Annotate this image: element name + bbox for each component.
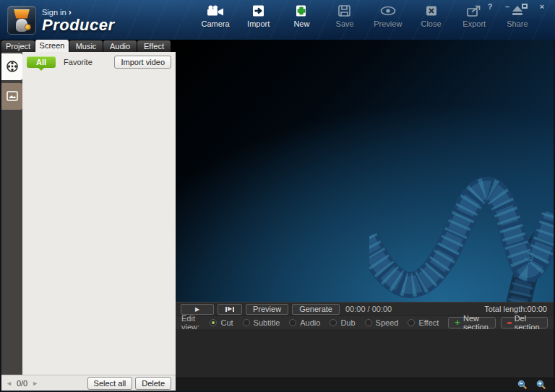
step-bar-right: [233, 307, 234, 312]
tab-screen[interactable]: Screen: [35, 40, 69, 52]
radio-effect-icon: [408, 319, 415, 326]
play-icon: ▶: [195, 306, 199, 313]
media-filter-row: All Favorite Import video: [27, 56, 171, 69]
media-tab-bar: Project Screen Music Audio Effect: [1, 40, 176, 52]
film-reel-icon: [6, 60, 19, 74]
step-play-icon: ▶: [228, 306, 232, 312]
close-window-button[interactable]: ×: [535, 1, 549, 12]
tab-effect[interactable]: Effect: [137, 40, 171, 52]
app-logo: [7, 6, 36, 35]
new-button[interactable]: New: [283, 5, 320, 28]
media-list-area: All Favorite Import video: [22, 52, 176, 375]
logo-figure-head: [13, 9, 30, 19]
zoom-in-icon[interactable]: [536, 380, 546, 389]
close-project-button[interactable]: Close: [413, 5, 450, 28]
help-icon: ?: [488, 2, 493, 11]
filter-all-button[interactable]: All: [27, 56, 56, 68]
radio-dub-icon: [330, 319, 337, 326]
total-length: Total length:00:00: [484, 305, 548, 313]
save-icon: [336, 5, 353, 17]
timeline-area[interactable]: [176, 329, 554, 378]
brand-block: Sign in › Producer: [42, 7, 115, 33]
play-button[interactable]: ▶: [181, 304, 214, 315]
generate-button[interactable]: Generate: [292, 304, 340, 315]
import-video-button[interactable]: Import video: [114, 56, 171, 69]
next-page-icon[interactable]: ►: [32, 380, 38, 387]
new-section-button[interactable]: + New section: [448, 317, 496, 328]
timeline-zoom-bar: [176, 378, 554, 391]
app-window: Sign in › Producer Camera Import New Sav…: [0, 0, 555, 392]
step-bar-left: [225, 307, 227, 312]
picture-icon: [7, 91, 18, 103]
media-side-strip: [1, 52, 22, 375]
film-strip-graphic: [369, 166, 554, 302]
media-panel: Project Screen Music Audio Effect: [1, 40, 176, 391]
transport-bar: ▶ ▶ Preview Generate 00:00 / 00:00 Total…: [176, 302, 554, 315]
preview-eye-icon: [379, 5, 397, 17]
prev-page-icon[interactable]: ◄: [6, 380, 12, 387]
editor-column: ▶ ▶ Preview Generate 00:00 / 00:00 Total…: [176, 40, 554, 391]
radio-subtitle-icon: [243, 319, 250, 326]
page-indicator: 0/0: [17, 379, 27, 388]
window-body: Project Screen Music Audio Effect: [0, 40, 555, 392]
camera-button[interactable]: Camera: [197, 5, 234, 28]
edit-view-subtitle[interactable]: Subtitle: [243, 318, 280, 327]
app-title: Producer: [42, 17, 115, 33]
tab-project[interactable]: Project: [1, 40, 35, 52]
minimize-button[interactable]: –: [500, 1, 515, 12]
maximize-icon: [522, 4, 528, 9]
logo-badge: [25, 24, 31, 30]
sign-in-label: Sign in: [42, 8, 66, 17]
export-icon: [465, 5, 483, 17]
preview-render-button[interactable]: Preview: [246, 304, 288, 315]
plus-icon: +: [455, 319, 460, 326]
save-button[interactable]: Save: [326, 5, 363, 28]
minus-icon: [507, 322, 512, 324]
edit-view-dub[interactable]: Dub: [330, 318, 355, 327]
preview-button[interactable]: Preview: [369, 5, 407, 28]
edit-view-bar: Edit view: Cut Subtitle Audio Dub: [176, 315, 554, 329]
radio-cut-icon: [210, 319, 217, 326]
tab-music[interactable]: Music: [69, 40, 103, 52]
select-all-button[interactable]: Select all: [87, 377, 133, 390]
side-tab-images[interactable]: [1, 83, 22, 110]
close-icon: ×: [540, 2, 544, 11]
playback-time: 00:00 / 00:00: [345, 305, 392, 313]
import-button[interactable]: Import: [240, 5, 278, 28]
media-panel-footer: ◄ 0/0 ► Select all Delete: [1, 375, 176, 391]
radio-speed-icon: [365, 319, 372, 326]
header-bar: Sign in › Producer Camera Import New Sav…: [0, 0, 555, 40]
media-panel-body: All Favorite Import video: [1, 52, 176, 375]
edit-view-cut[interactable]: Cut: [210, 318, 233, 327]
radio-audio-icon: [289, 319, 296, 326]
camera-icon: [207, 5, 224, 17]
help-button[interactable]: ?: [483, 1, 497, 12]
filter-favorite-button[interactable]: Favorite: [64, 58, 92, 66]
del-section-button[interactable]: Del section: [501, 317, 548, 328]
video-preview-area[interactable]: [176, 40, 554, 302]
window-controls: ? – ×: [483, 1, 549, 12]
new-icon: [293, 5, 310, 17]
side-tab-videos[interactable]: [1, 53, 22, 80]
import-icon: [250, 5, 267, 17]
tab-audio[interactable]: Audio: [103, 40, 137, 52]
step-frame-button[interactable]: ▶: [218, 304, 242, 315]
minimize-icon: –: [505, 2, 509, 11]
zoom-out-icon[interactable]: [517, 380, 527, 389]
delete-button[interactable]: Delete: [135, 377, 171, 390]
edit-view-audio[interactable]: Audio: [289, 318, 320, 327]
edit-view-speed[interactable]: Speed: [365, 318, 399, 327]
close-box-icon: [423, 5, 440, 17]
edit-view-effect[interactable]: Effect: [408, 318, 439, 327]
maximize-button[interactable]: [517, 1, 532, 12]
